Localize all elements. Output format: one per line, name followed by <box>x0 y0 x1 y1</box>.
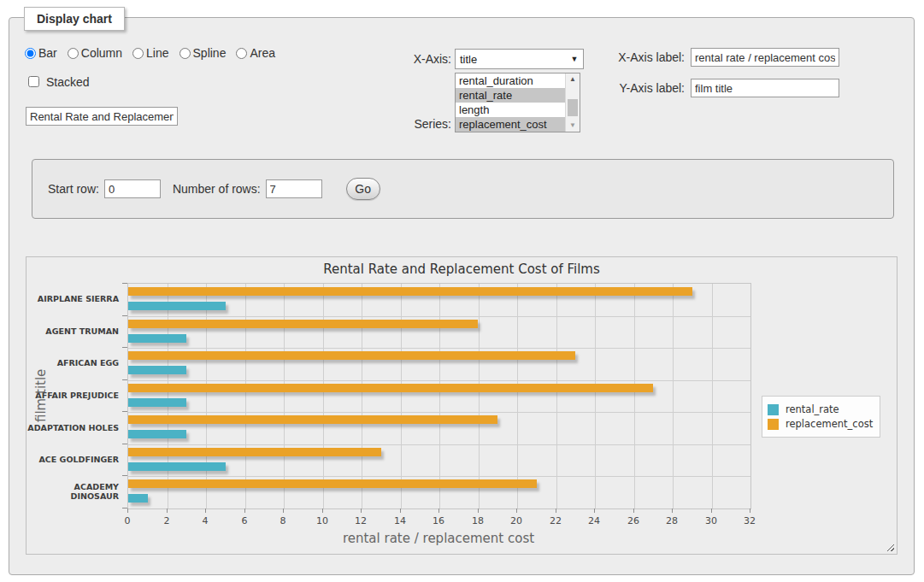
gridline <box>168 284 168 509</box>
legend-swatch <box>768 404 779 415</box>
tick-mark <box>672 509 673 513</box>
bar-rental_rate <box>128 430 186 438</box>
tick-label: 26 <box>627 515 639 526</box>
tick-label: 4 <box>203 515 209 526</box>
bar-rental_rate <box>128 494 148 503</box>
chart-title: Rental Rate and Replacement Cost of Film… <box>26 262 897 277</box>
tick-mark <box>361 509 362 513</box>
tick-mark <box>244 509 245 513</box>
tick-mark <box>127 509 128 513</box>
series-options: rental_durationrental_ratelengthreplacem… <box>456 73 565 132</box>
legend-row: replacement_cost <box>768 418 873 430</box>
radio-column[interactable] <box>68 48 79 59</box>
start-row-label: Start row: <box>48 182 99 196</box>
series-listbox[interactable]: rental_durationrental_ratelengthreplacem… <box>455 73 580 132</box>
radio-area-label[interactable]: Area <box>250 46 275 60</box>
gridline <box>128 348 750 349</box>
radio-spline[interactable] <box>180 48 191 59</box>
tick-label: 18 <box>472 515 484 526</box>
y-axis-label-label: Y-Axis label: <box>574 79 685 97</box>
gridline <box>439 284 440 509</box>
num-rows-input[interactable] <box>266 179 322 198</box>
num-rows-label: Number of rows: <box>173 182 261 196</box>
tick-mark <box>750 509 750 513</box>
bar-rental_rate <box>128 462 226 471</box>
bar-rental_rate <box>128 366 186 374</box>
chart-container: Rental Rate and Replacement Cost of Film… <box>26 256 898 555</box>
radio-line[interactable] <box>132 48 144 59</box>
start-row-input[interactable] <box>104 179 161 198</box>
x-axis-label-label: X-Axis label: <box>574 48 685 67</box>
gridline <box>128 476 750 477</box>
fieldset-legend: Display chart <box>24 7 125 31</box>
tick-mark <box>122 475 127 476</box>
tick-mark <box>283 509 284 513</box>
gridline <box>245 284 246 509</box>
radio-area[interactable] <box>236 48 247 59</box>
tick-label: 32 <box>744 515 756 526</box>
tick-mark <box>633 509 634 513</box>
x-axis-title: rental rate / replacement cost <box>127 531 750 546</box>
gridline <box>634 284 635 509</box>
tick-mark <box>322 509 323 513</box>
bar-replacement_cost <box>128 384 653 392</box>
chart-title-input[interactable] <box>26 107 178 126</box>
bar-replacement_cost <box>128 320 478 328</box>
bar-replacement_cost <box>128 351 575 360</box>
x-axis-select[interactable]: title ▼ <box>455 49 584 69</box>
x-axis-label-input[interactable] <box>691 48 839 67</box>
tick-label: 28 <box>666 515 678 526</box>
plot-area <box>127 283 751 509</box>
tick-label: 2 <box>164 515 170 526</box>
bar-rental_rate <box>128 302 226 310</box>
bar-replacement_cost <box>128 287 692 296</box>
tick-mark <box>122 379 127 380</box>
stacked-label[interactable]: Stacked <box>46 75 90 89</box>
tick-mark <box>594 509 595 513</box>
y-axis-label-input[interactable] <box>691 79 839 97</box>
tick-label: 0 <box>125 515 131 526</box>
go-button[interactable]: Go <box>346 178 380 200</box>
tick-mark <box>711 509 712 513</box>
tick-label: 24 <box>588 515 600 526</box>
tick-label: 14 <box>394 515 406 526</box>
radio-line-label[interactable]: Line <box>146 46 168 60</box>
tick-mark <box>400 509 401 513</box>
tick-mark <box>122 283 127 284</box>
tick-mark <box>122 444 127 444</box>
tick-label: 30 <box>705 515 717 526</box>
scroll-down-icon[interactable]: ▼ <box>566 120 580 132</box>
gridline <box>712 284 713 509</box>
series-option-replacement_cost[interactable]: replacement_cost <box>456 117 565 132</box>
series-option-rental_rate[interactable]: rental_rate <box>456 88 565 103</box>
series-option-length[interactable]: length <box>456 103 565 117</box>
radio-column-label[interactable]: Column <box>81 46 122 60</box>
gridline <box>362 284 362 509</box>
tick-label: 22 <box>550 515 562 526</box>
gridline <box>401 284 402 509</box>
x-axis-tick-labels: 02468101214161820222426283032 <box>127 515 750 527</box>
gridline <box>595 284 596 509</box>
radio-bar[interactable] <box>25 48 36 59</box>
gridline <box>479 284 480 509</box>
stacked-checkbox[interactable] <box>28 76 39 87</box>
radio-bar-label[interactable]: Bar <box>38 46 57 60</box>
tick-mark <box>516 509 517 513</box>
legend-label: replacement_cost <box>786 418 873 430</box>
resize-handle-icon[interactable] <box>885 542 894 551</box>
radio-spline-label[interactable]: Spline <box>193 46 227 60</box>
series-option-rental_duration[interactable]: rental_duration <box>456 73 565 88</box>
x-axis-select-label: X-Axis: <box>368 49 451 69</box>
gridline <box>556 284 557 509</box>
gridline <box>128 412 750 413</box>
rows-panel: Start row: Number of rows: Go <box>32 159 894 219</box>
tick-mark <box>205 509 206 513</box>
y-axis-ticks <box>122 283 127 509</box>
gridline <box>517 284 518 509</box>
gridline <box>128 444 750 445</box>
tick-mark <box>167 509 168 513</box>
scrollbar-thumb[interactable] <box>568 99 578 116</box>
tick-label: 12 <box>355 515 367 526</box>
x-axis-select-value: title <box>456 53 566 66</box>
tick-label: 10 <box>316 515 328 526</box>
